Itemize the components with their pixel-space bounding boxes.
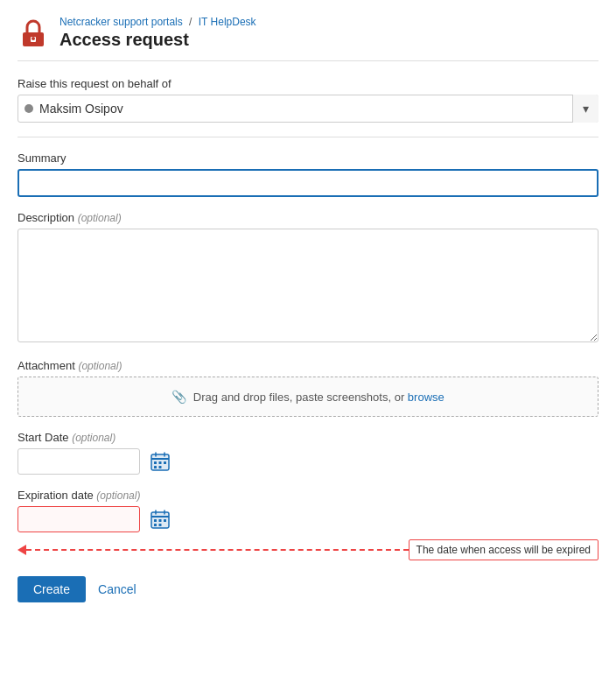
svg-rect-19: [159, 519, 162, 522]
arrow-left-head: [18, 545, 26, 555]
create-button[interactable]: Create: [18, 576, 86, 602]
summary-label: Summary: [18, 151, 598, 165]
behalf-select-wrapper: Maksim Osipov: [18, 95, 598, 123]
breadcrumb-separator: /: [189, 16, 192, 28]
start-date-label: Start Date (optional): [18, 431, 598, 444]
form-container: Raise this request on behalf of Maksim O…: [0, 61, 616, 620]
behalf-select[interactable]: Maksim Osipov: [18, 95, 598, 123]
expiration-tooltip: The date when access will be expired: [409, 539, 598, 560]
svg-rect-22: [159, 524, 162, 526]
svg-rect-9: [159, 461, 162, 464]
expiration-field-group: Expiration date (optional): [18, 489, 598, 560]
behalf-field-group: Raise this request on behalf of Maksim O…: [18, 77, 598, 123]
start-date-calendar-icon: [150, 451, 171, 472]
page-header: Netcracker support portals / IT HelpDesk…: [0, 0, 616, 60]
svg-rect-20: [164, 519, 166, 522]
breadcrumb-portal-link[interactable]: Netcracker support portals: [60, 16, 183, 28]
start-date-input[interactable]: [18, 448, 140, 475]
svg-point-2: [32, 37, 35, 40]
dashed-line: [26, 549, 409, 551]
svg-rect-12: [159, 466, 162, 468]
expiration-label: Expiration date (optional): [18, 489, 598, 502]
form-divider: [18, 137, 598, 137]
breadcrumb-section-link[interactable]: IT HelpDesk: [199, 16, 256, 28]
start-date-field-group: Start Date (optional): [18, 431, 598, 475]
expiration-date-input[interactable]: [18, 506, 140, 532]
attachment-dropzone[interactable]: 📎 Drag and drop files, paste screenshots…: [18, 377, 598, 417]
svg-rect-11: [154, 466, 157, 468]
browse-link[interactable]: browse: [408, 391, 444, 404]
header-text: Netcracker support portals / IT HelpDesk…: [60, 16, 256, 50]
svg-rect-10: [164, 461, 166, 464]
expiration-optional: (optional): [96, 489, 140, 502]
attachment-label: Attachment (optional): [18, 359, 598, 372]
expiration-date-calendar-icon: [150, 509, 171, 530]
attachment-field-group: Attachment (optional) 📎 Drag and drop fi…: [18, 359, 598, 417]
behalf-label: Raise this request on behalf of: [18, 77, 598, 90]
svg-rect-18: [154, 519, 157, 522]
description-textarea[interactable]: [18, 229, 598, 342]
svg-rect-5: [151, 458, 169, 460]
breadcrumb: Netcracker support portals / IT HelpDesk: [60, 16, 256, 28]
expiration-date-row: [18, 506, 598, 532]
start-date-row: [18, 448, 598, 475]
start-date-calendar-button[interactable]: [147, 448, 173, 475]
attachment-optional: (optional): [78, 360, 122, 372]
svg-rect-21: [154, 524, 157, 526]
paperclip-icon: 📎: [172, 390, 186, 404]
cancel-link[interactable]: Cancel: [98, 582, 136, 596]
description-label: Description (optional): [18, 211, 598, 224]
start-date-optional: (optional): [72, 432, 116, 444]
svg-rect-15: [151, 516, 169, 517]
dashed-arrow-container: [18, 545, 409, 555]
lock-icon: [18, 18, 49, 49]
summary-field-group: Summary: [18, 151, 598, 197]
description-field-group: Description (optional): [18, 211, 598, 345]
expiration-tooltip-row: The date when access will be expired: [18, 539, 598, 560]
summary-input[interactable]: [18, 169, 598, 197]
action-row: Create Cancel: [18, 576, 598, 602]
attachment-text: Drag and drop files, paste screenshots, …: [193, 391, 404, 404]
svg-rect-8: [154, 461, 157, 464]
description-optional: (optional): [78, 212, 122, 224]
expiration-date-calendar-button[interactable]: [147, 506, 173, 532]
page-title: Access request: [60, 30, 256, 50]
